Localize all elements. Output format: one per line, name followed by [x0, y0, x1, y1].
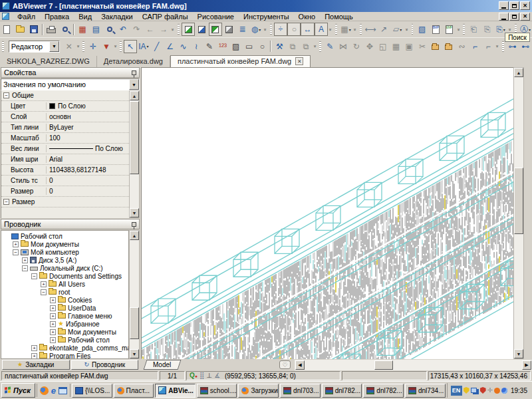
web-icon[interactable]: ◍▾: [249, 23, 263, 36]
canvas-horizontal-scrollbar[interactable]: ◀ ▶: [295, 360, 532, 370]
expander-minus-icon[interactable]: −: [41, 289, 47, 295]
group-copy-icon[interactable]: ⧉: [286, 40, 299, 53]
menu-item-2[interactable]: Правка: [40, 12, 74, 21]
chevron-down-icon[interactable]: ▾: [503, 27, 505, 32]
draw-rect-icon[interactable]: ▭: [243, 40, 256, 53]
open-icon[interactable]: [13, 23, 27, 36]
expander-plus-icon[interactable]: +: [50, 297, 56, 303]
dim-aligned-icon[interactable]: ↗: [377, 23, 390, 36]
snap-circle-icon[interactable]: ○: [287, 23, 301, 36]
scroll-thumb[interactable]: [130, 307, 139, 339]
move-icon[interactable]: ✥: [363, 40, 376, 53]
add-point-icon[interactable]: ✛: [86, 40, 100, 53]
tree-item[interactable]: +Рабочий стол: [1, 336, 128, 344]
rotate-right-icon[interactable]: ⎘: [481, 23, 494, 36]
property-value[interactable]: ByLayer: [47, 124, 129, 131]
expander-plus-icon[interactable]: +: [50, 321, 56, 327]
firefox-icon[interactable]: [40, 386, 49, 395]
property-value[interactable]: 0: [47, 177, 129, 184]
scroll-up-icon[interactable]: ▲: [514, 68, 523, 77]
chevron-down-icon[interactable]: ▾: [529, 27, 531, 32]
draw-line-icon[interactable]: ╱: [150, 40, 164, 53]
expander-plus-icon[interactable]: +: [31, 353, 37, 359]
collapse-icon[interactable]: −: [3, 92, 9, 98]
taskbar-task-9[interactable]: dnl734...: [405, 384, 446, 398]
minimize-button[interactable]: [499, 1, 509, 10]
property-group-row[interactable]: −Общие: [1, 90, 129, 101]
toolbar-grip[interactable]: [319, 41, 321, 52]
tree-item[interactable]: −Documents and Settings: [1, 272, 128, 280]
chevron-down-icon[interactable]: ▾: [259, 27, 261, 32]
property-value[interactable]: По Слою: [47, 145, 129, 152]
chevron-down-icon[interactable]: ▼: [129, 79, 139, 90]
toolbar-grip[interactable]: [2, 41, 4, 52]
property-value[interactable]: 1104383,68127148: [47, 166, 129, 174]
property-value[interactable]: Arial: [47, 156, 129, 163]
overflow-chevron-icon[interactable]: «: [404, 27, 409, 32]
fillet-icon[interactable]: ⌐: [469, 40, 482, 53]
drawing-props-icon[interactable]: ▤: [89, 23, 102, 36]
mdi-restore-button[interactable]: [509, 13, 519, 21]
new-icon[interactable]: [0, 23, 13, 36]
expander-minus-icon[interactable]: −: [31, 273, 37, 279]
chevron-down-icon[interactable]: ▾: [349, 27, 351, 32]
panel-tab-проводник[interactable]: ↻Проводник: [71, 360, 139, 370]
tree-item[interactable]: Рабочий стол: [1, 232, 128, 240]
taskbar-task-4[interactable]: school....: [197, 384, 237, 398]
array-icon[interactable]: ▦: [389, 40, 402, 53]
overflow-chevron-icon[interactable]: «: [353, 27, 358, 32]
tree-item[interactable]: +All Users: [1, 280, 128, 288]
globe-update-icon[interactable]: [501, 388, 507, 394]
export-emf-icon[interactable]: [442, 23, 456, 36]
image-box-icon[interactable]: ▣: [402, 40, 416, 53]
menu-item-8[interactable]: Окно: [294, 12, 321, 21]
scroll-thumb[interactable]: [514, 168, 523, 234]
pin-icon[interactable]: [132, 70, 136, 75]
menu-item-6[interactable]: Рисование: [193, 12, 239, 21]
overflow-chevron-icon[interactable]: «: [76, 44, 80, 49]
drawing-canvas[interactable]: [141, 67, 513, 359]
scroll-thumb[interactable]: [374, 360, 393, 370]
overflow-chevron-icon[interactable]: «: [263, 27, 267, 32]
view-width-icon[interactable]: [195, 23, 208, 36]
mirror-icon[interactable]: ⋈: [336, 40, 350, 53]
overflow-chevron-icon[interactable]: «: [456, 27, 461, 32]
toolbar-grip[interactable]: [335, 24, 337, 35]
select-cursor-icon[interactable]: ↖: [124, 40, 137, 53]
canvas-vertical-scrollbar[interactable]: ▲ ▼: [513, 67, 524, 359]
pin-icon[interactable]: [132, 222, 136, 227]
calendar-icon[interactable]: ▦▾: [339, 23, 352, 36]
tab-b-icon[interactable]: [442, 40, 456, 53]
expander-plus-icon[interactable]: +: [13, 241, 19, 247]
menu-item-7[interactable]: Инструменты: [239, 12, 294, 21]
explorer-window-icon[interactable]: [59, 387, 67, 394]
scroll-up-icon[interactable]: ▲: [130, 231, 139, 240]
dim-area-icon[interactable]: ▱▾: [390, 23, 404, 36]
menu-item-4[interactable]: Закладки: [96, 12, 138, 21]
tree-item[interactable]: −Локальный диск (C:): [1, 264, 128, 272]
overflow-chevron-icon[interactable]: «: [329, 27, 333, 32]
overflow-chevron-icon[interactable]: «: [495, 44, 499, 49]
scroll-thumb[interactable]: [130, 101, 139, 174]
expander-plus-icon[interactable]: +: [50, 337, 56, 343]
internet-explorer-icon[interactable]: e: [51, 386, 56, 395]
taskbar-task-1[interactable]: {\\LOS...: [72, 384, 112, 398]
tree-item[interactable]: +Мои документы: [1, 240, 128, 248]
draw-curve-icon[interactable]: ∿: [176, 40, 190, 53]
save-icon[interactable]: [27, 23, 41, 36]
layers-icon[interactable]: ≣: [235, 23, 249, 36]
settings-wrench-icon[interactable]: ⚒: [273, 40, 286, 53]
close-button[interactable]: ✕: [520, 1, 530, 10]
rotate-icon[interactable]: ↻: [350, 40, 363, 53]
scroll-left-icon[interactable]: ◀: [295, 360, 305, 370]
toolbar-grip[interactable]: [270, 24, 272, 35]
taskbar-task-6[interactable]: dnl703...: [280, 384, 321, 398]
nav-forward-icon[interactable]: →: [157, 23, 170, 36]
nav-back-icon[interactable]: ←: [144, 23, 157, 36]
toolbar-grip[interactable]: [412, 24, 414, 35]
scale-icon[interactable]: ◱: [376, 40, 390, 53]
doc-tab-3[interactable]: пластинчатый конвейер FAM.dwg✕: [170, 55, 311, 67]
heart-button[interactable]: ♡: [279, 360, 291, 369]
properties-preset-combo[interactable]: Значения по умолчанию ▼: [1, 78, 140, 90]
tab-model[interactable]: Model: [144, 360, 182, 370]
